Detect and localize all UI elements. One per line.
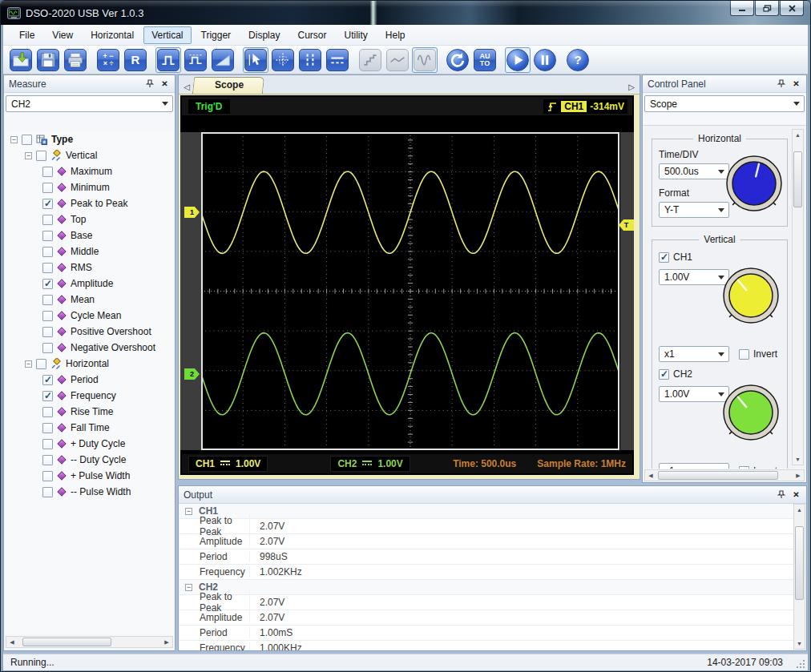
tree-item--pulse-width[interactable]: -- Pulse Width xyxy=(6,484,173,500)
tree-item-mean[interactable]: Mean xyxy=(6,292,173,308)
ch2-invert-checkbox[interactable]: Invert xyxy=(739,465,777,469)
refresh-icon[interactable] xyxy=(446,49,469,71)
tree-item--pulse-width[interactable]: + Pulse Width xyxy=(6,468,173,484)
minimize-button[interactable] xyxy=(730,1,754,16)
tree-item-peak-to-peak[interactable]: Peak to Peak xyxy=(6,195,173,211)
checkbox[interactable] xyxy=(42,327,53,337)
menu-view[interactable]: View xyxy=(44,26,81,44)
auto-setup-icon[interactable]: AUTO xyxy=(474,49,496,71)
checkbox[interactable] xyxy=(42,423,53,433)
ch1-invert-checkbox[interactable]: Invert xyxy=(739,348,777,360)
scroll-right-icon[interactable]: ▶ xyxy=(161,637,172,647)
scroll-right-icon[interactable]: ▶ xyxy=(793,470,804,481)
checkbox[interactable] xyxy=(42,455,53,465)
checkbox[interactable] xyxy=(36,359,46,369)
scroll-left-icon[interactable]: ◀ xyxy=(6,637,18,647)
tree-item--duty-cycle[interactable]: -- Duty Cycle xyxy=(6,452,173,468)
collapse-icon[interactable]: − xyxy=(25,152,32,159)
help-icon[interactable]: ? xyxy=(567,49,589,71)
ch1-position-knob[interactable] xyxy=(720,264,782,327)
checkbox[interactable] xyxy=(42,375,53,385)
ch2-scale-select[interactable]: 1.00V xyxy=(659,386,729,402)
scroll-up-icon[interactable]: ▲ xyxy=(794,505,805,515)
tree-item-amplitude[interactable]: Amplitude xyxy=(6,276,173,292)
ch2-position-knob[interactable] xyxy=(720,381,782,444)
vertical-cursors-icon[interactable] xyxy=(299,49,321,71)
resize-grip[interactable] xyxy=(796,659,805,669)
ch2-probe-select[interactable]: x1 xyxy=(659,463,729,469)
pin-icon[interactable] xyxy=(776,489,786,500)
ch1-scale-select[interactable]: 1.00V xyxy=(659,269,729,285)
tree-node-horizontal[interactable]: −Horizontal xyxy=(6,356,173,372)
control-mode-select[interactable]: Scope xyxy=(644,95,805,112)
tree-item--duty-cycle[interactable]: + Duty Cycle xyxy=(6,436,173,452)
checkbox[interactable] xyxy=(42,199,53,209)
control-panel-vscrollbar[interactable]: ▲ ▼ xyxy=(792,129,804,465)
tree-node-vertical[interactable]: −Vertical xyxy=(6,147,173,163)
checkbox[interactable] xyxy=(42,247,53,257)
collapse-icon[interactable]: − xyxy=(185,508,192,515)
menu-trigger[interactable]: Trigger xyxy=(193,26,240,44)
menu-horizontal[interactable]: Horizontal xyxy=(83,26,142,44)
checkbox[interactable] xyxy=(42,263,53,273)
close-icon[interactable]: ✕ xyxy=(791,78,801,89)
scroll-down-icon[interactable]: ▼ xyxy=(793,454,803,465)
menu-display[interactable]: Display xyxy=(240,26,288,44)
checkbox[interactable] xyxy=(42,439,53,449)
reference-wave-icon[interactable]: R xyxy=(124,49,147,71)
checkbox[interactable] xyxy=(42,295,53,305)
ramp-trigger-icon[interactable] xyxy=(212,49,234,71)
checkbox[interactable] xyxy=(42,215,53,225)
collapse-icon[interactable]: − xyxy=(185,584,192,591)
tree-item-negative-overshoot[interactable]: Negative Overshoot xyxy=(6,340,173,356)
tree-item-top[interactable]: Top xyxy=(6,211,173,227)
scroll-down-icon[interactable]: ▼ xyxy=(794,638,805,649)
tree-node-type[interactable]: −Type xyxy=(6,131,173,147)
horizontal-cursors-icon[interactable] xyxy=(326,49,349,71)
time-div-knob[interactable] xyxy=(723,152,785,215)
checkbox[interactable] xyxy=(42,167,53,177)
collapse-icon[interactable]: − xyxy=(25,360,32,368)
tab-scope[interactable]: Scope xyxy=(192,77,264,94)
tree-item-maximum[interactable]: Maximum xyxy=(6,163,173,179)
tree-item-fall-time[interactable]: Fall Time xyxy=(6,420,173,436)
open-file-icon[interactable] xyxy=(10,49,32,71)
checkbox[interactable] xyxy=(42,343,53,353)
checkbox[interactable] xyxy=(42,311,53,321)
tree-item-frequency[interactable]: Frequency xyxy=(6,388,173,404)
grid-display-icon[interactable] xyxy=(272,49,294,71)
close-button[interactable] xyxy=(780,1,804,16)
pulse-trigger-icon[interactable] xyxy=(157,49,180,71)
ch2-enable-checkbox[interactable]: CH2 xyxy=(659,368,784,380)
checkbox[interactable] xyxy=(22,135,32,145)
tree-item-middle[interactable]: Middle xyxy=(6,243,173,260)
checkbox[interactable] xyxy=(42,279,53,289)
checkbox[interactable] xyxy=(42,471,53,481)
time-div-select[interactable]: 500.0us xyxy=(659,163,729,179)
math-operations-icon[interactable]: + −× ÷ xyxy=(97,49,119,71)
collapse-icon[interactable]: − xyxy=(10,136,18,143)
checkbox[interactable] xyxy=(42,391,53,401)
pin-icon[interactable] xyxy=(776,78,786,89)
linear-interpolation-icon[interactable] xyxy=(386,49,409,71)
ch1-probe-select[interactable]: x1 xyxy=(659,346,729,362)
tree-item-rise-time[interactable]: Rise Time xyxy=(6,404,173,420)
tab-scroll-right-icon[interactable]: ▷ xyxy=(625,79,638,94)
tab-scroll-left-icon[interactable]: ◁ xyxy=(180,79,193,94)
output-vscrollbar[interactable]: ▲ ▼ xyxy=(793,504,805,650)
sine-interpolation-icon[interactable] xyxy=(414,49,436,71)
menu-vertical[interactable]: Vertical xyxy=(143,26,191,44)
run-icon[interactable] xyxy=(506,49,529,71)
tree-item-positive-overshoot[interactable]: Positive Overshoot xyxy=(6,324,173,340)
format-select[interactable]: Y-T xyxy=(659,202,729,218)
checkbox[interactable] xyxy=(42,487,53,497)
measure-channel-select[interactable]: CH2 xyxy=(6,95,173,112)
tree-item-period[interactable]: Period xyxy=(6,372,173,388)
save-file-icon[interactable] xyxy=(37,49,59,71)
checkbox[interactable] xyxy=(42,407,53,417)
scroll-left-icon[interactable]: ◀ xyxy=(645,470,656,481)
pause-icon[interactable] xyxy=(534,49,556,71)
checkbox[interactable] xyxy=(36,151,46,161)
checkbox[interactable] xyxy=(42,231,53,241)
menu-file[interactable]: File xyxy=(11,26,42,44)
